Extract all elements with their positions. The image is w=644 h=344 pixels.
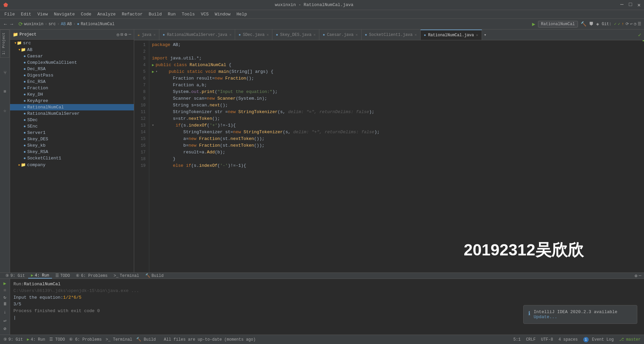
breadcrumb-file-label[interactable]: RationalNumCal (81, 22, 115, 27)
menu-file[interactable]: File (2, 11, 17, 18)
git-history[interactable]: ◷ (634, 21, 636, 27)
status-problems-label[interactable]: ⑥ 6: Problems (69, 337, 102, 342)
status-build-label[interactable]: 🔨 Build (136, 337, 156, 342)
breadcrumb-project[interactable]: wuxinxin (24, 22, 44, 27)
tree-rationalnumcal[interactable]: ● RationalNumCal (10, 104, 134, 110)
tree-skey-rsa[interactable]: ● Skey_RSA (10, 149, 134, 155)
tree-socketclient1[interactable]: ● SocketClient1 (10, 155, 134, 161)
tree-company[interactable]: ▸ 📁 company (10, 161, 134, 168)
fold-13[interactable]: ▾ (152, 122, 154, 129)
tree-enc-rsa[interactable]: ● Enc_RSA (10, 79, 134, 85)
status-run-label[interactable]: 4: Run (31, 337, 45, 342)
status-encoding[interactable]: UTF-8 (541, 337, 553, 342)
sidebar-structure-icon[interactable]: ≡ (1, 88, 9, 96)
editor-settings-icon[interactable]: ✓ (638, 32, 641, 38)
status-crlf[interactable]: CRLF (526, 337, 536, 342)
tab-java-close[interactable]: ✕ (153, 33, 156, 37)
status-run-icon[interactable]: ▶ (27, 337, 29, 342)
tab-rncs-close[interactable]: ✕ (229, 33, 232, 37)
breadcrumb-refresh[interactable]: ⟳ (18, 21, 23, 28)
tab-todo[interactable]: ☰ TODO (53, 273, 73, 279)
company-label[interactable]: company (27, 162, 46, 167)
menu-build[interactable]: Build (146, 11, 164, 18)
notification-action[interactable]: Update... (534, 314, 557, 320)
close-button[interactable]: ✕ (637, 2, 641, 8)
tab-build[interactable]: 🔨 Build (143, 273, 166, 279)
nav-back[interactable]: ← (3, 21, 8, 28)
tree-src[interactable]: ▾ 📁 src (10, 40, 134, 46)
sidebar-git-icon[interactable]: ⑂ (1, 69, 9, 77)
menu-view[interactable]: View (35, 11, 50, 18)
run-pause-icon[interactable]: ⏸ (3, 301, 7, 307)
run-execute-icon[interactable]: ▶ (3, 281, 6, 286)
vert-label-project[interactable]: 1: Project (0, 30, 9, 58)
tree-skey-des[interactable]: ● Skey_DES (10, 136, 134, 142)
tab-java[interactable]: ☕ java ✕ (134, 30, 159, 40)
panel-minimize-icon[interactable]: ─ (639, 273, 641, 279)
tree-fraction[interactable]: ● Fraction (10, 85, 134, 91)
tree-ab[interactable]: ▾ 📁 AB (10, 46, 134, 53)
tab-rnc-close[interactable]: ✕ (476, 33, 478, 37)
tree-digestpass[interactable]: ● DigestPass (10, 72, 134, 79)
minimize-button[interactable]: ─ (620, 2, 624, 8)
fold-5[interactable]: ▾ (156, 68, 158, 75)
maximize-button[interactable]: □ (629, 2, 632, 8)
breadcrumb-src[interactable]: src (49, 22, 56, 27)
breadcrumb-pkg[interactable]: AB (61, 22, 65, 27)
git-sync[interactable]: ⟳ (626, 21, 629, 27)
tab-overflow[interactable]: ▾ (482, 30, 489, 40)
tab-caesar-close[interactable]: ✕ (356, 33, 358, 37)
tree-server1[interactable]: ● Server1 (10, 130, 134, 136)
tree-skey-kb[interactable]: ● Skey_kb (10, 142, 134, 149)
run-dropdown[interactable]: RationalNumCal (538, 21, 578, 28)
run-scroll-end-icon[interactable]: ↓ (3, 309, 6, 315)
tree-complexnumcalclient[interactable]: ● ComplexNumCalClient (10, 59, 134, 66)
tree-dec-rsa[interactable]: ● Dec_RSA (10, 66, 134, 72)
tree-senc[interactable]: ● SEnc (10, 123, 134, 130)
menu-vcs[interactable]: VCS (198, 11, 211, 18)
status-position[interactable]: 5:1 (514, 337, 521, 342)
tab-sdec-close[interactable]: ✕ (267, 33, 269, 37)
tab-run[interactable]: ▶ 4: Run (28, 273, 52, 279)
menu-analyze[interactable]: Analyze (95, 11, 118, 18)
run-arrow-4[interactable]: ▶ (152, 62, 154, 68)
nav-forward[interactable]: → (9, 21, 14, 28)
menu-run[interactable]: Run (165, 11, 178, 18)
run-filter-icon[interactable]: ⊘ (3, 326, 6, 332)
project-settings-icon[interactable]: ⚙ (124, 32, 127, 37)
tab-git[interactable]: ⑨ 9: Git (3, 273, 28, 279)
project-minus-icon[interactable]: ─ (128, 32, 131, 37)
status-terminal-label[interactable]: >_ Terminal (106, 337, 132, 342)
sidebar-favorites-icon[interactable]: ☆ (1, 106, 9, 114)
run-rerun-icon[interactable]: ↻ (3, 294, 6, 300)
status-indent[interactable]: 4 spaces (558, 337, 578, 342)
event-log[interactable]: 1 Event Log (583, 337, 614, 342)
tab-socketclient1[interactable]: ● SocketClient1.java ✕ (362, 30, 421, 40)
run-stop-icon[interactable]: ■ (3, 288, 6, 293)
run-button[interactable]: ▶ (532, 21, 535, 28)
tree-key-dh[interactable]: ● Key_DH (10, 91, 134, 98)
build-button[interactable]: 🔨 (581, 21, 586, 27)
tree-keyagree[interactable]: ● KeyAgree (10, 98, 134, 104)
collapse-all-icon[interactable]: ⊟ (121, 32, 123, 37)
locate-icon[interactable]: ◎ (117, 32, 119, 37)
git-check2[interactable]: ✓ (618, 21, 620, 27)
src-label[interactable]: src (23, 41, 31, 46)
git-undo[interactable]: ↩ (630, 21, 633, 27)
tab-sdec[interactable]: ● SDec.java ✕ (235, 30, 272, 40)
menu-edit[interactable]: Edit (18, 11, 34, 18)
status-git-icon[interactable]: ⑨ (3, 337, 7, 342)
status-git-branch[interactable]: ⎇ master (619, 337, 641, 342)
menu-tools[interactable]: Tools (179, 11, 198, 18)
tab-rationalnumcal[interactable]: ● RationalNumCal.java ✕ (421, 30, 482, 40)
tab-skey-des[interactable]: ● Skey_DES.java ✕ (272, 30, 319, 40)
git-check[interactable]: ✓ (614, 21, 616, 27)
menu-code[interactable]: Code (78, 11, 94, 18)
menu-navigate[interactable]: Navigate (51, 11, 77, 18)
tab-socket-close[interactable]: ✕ (415, 33, 417, 37)
git-annotate[interactable]: ☰ (638, 21, 641, 27)
status-git-label[interactable]: 9: Git (8, 337, 23, 342)
tab-caesar[interactable]: ● Caesar.java ✕ (319, 30, 361, 40)
tree-sdec[interactable]: ● SDec (10, 117, 134, 123)
menu-refactor[interactable]: Refactor (119, 11, 145, 18)
